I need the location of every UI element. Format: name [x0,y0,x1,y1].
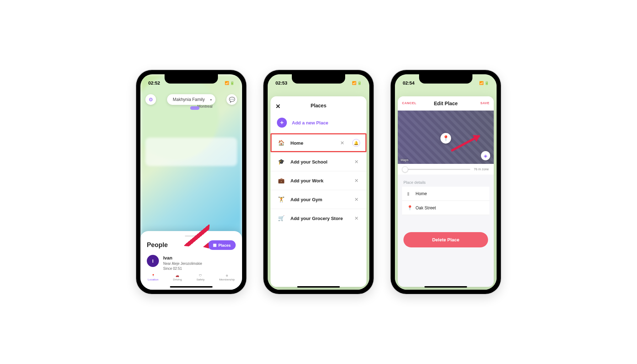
remove-button[interactable]: ✕ [353,197,360,202]
zone-slider[interactable] [403,169,470,170]
map-overlay-card [145,138,237,166]
device-notch [165,74,218,84]
places-button[interactable]: ▦ Places [208,240,236,250]
places-icon: ▦ [213,243,216,247]
tab-membership[interactable]: ⊛ Membership [219,274,235,281]
close-button[interactable]: ✕ [275,103,280,110]
person-location: Near Aleje Jerozolimskie [163,261,202,266]
chat-icon: 💬 [229,97,235,102]
place-item-work[interactable]: 💼 Add your Work ✕ [271,171,366,190]
annotation-arrow [184,223,210,248]
close-icon: ✕ [275,103,280,110]
remove-button[interactable]: ✕ [353,178,360,183]
settings-button[interactable]: ⚙ [145,94,156,105]
zone-value: 76 m zone [474,167,489,171]
status-time: 02:53 [275,80,287,86]
car-icon: 🚗 [176,274,179,277]
bookmark-icon: ▮ [407,191,412,196]
pin-icon: 📍 [443,135,449,141]
place-item-gym[interactable]: 🏋 Add your Gym ✕ [271,190,366,209]
school-icon: 🎓 [277,157,285,166]
tab-driving[interactable]: 🚗 Driving [173,274,182,281]
places-button-label: Places [218,243,231,247]
remove-button[interactable]: ✕ [353,159,360,165]
save-button[interactable]: SAVE [480,101,489,105]
place-item-home[interactable]: 🏠 Home ✕ 🔔 [271,133,366,152]
place-label: Add your Gym [290,197,348,202]
delete-place-button[interactable]: Delete Place [403,232,488,247]
place-name-field[interactable]: ▮ Home [402,187,489,201]
map-attribution: Maps [401,158,408,162]
place-name-value: Home [416,191,427,196]
remove-button[interactable]: ✕ [353,215,360,221]
map-marker [190,106,199,110]
avatar: I [147,255,159,267]
tab-bar: 📍 Location 🚗 Driving 🛡 Safety ⊛ Membersh… [140,270,242,285]
status-icons: 📶 🔋 [352,81,362,85]
gear-icon: ⚙ [149,97,153,102]
page-title: Edit Place [434,101,458,106]
pin-icon: 📍 [151,274,155,277]
place-label: Add your Work [290,178,348,183]
phone-edit-place-screen: 02:54 📶 🔋 CANCEL Edit Place SAVE 📍 Maps … [391,70,501,294]
bell-icon: 🔔 [354,141,359,145]
tab-location[interactable]: 📍 Location [148,274,159,281]
status-icons: 📶 🔋 [225,81,234,85]
edit-place-card: CANCEL Edit Place SAVE 📍 Maps ◈ 76 m zon… [398,96,494,287]
device-notch [419,74,472,84]
map-layers-button[interactable]: ◈ [481,151,490,160]
notification-toggle[interactable]: 🔔 [352,139,360,147]
status-time: 02:54 [403,80,414,86]
gym-icon: 🏋 [277,195,285,204]
place-label: Add your School [290,159,348,165]
place-address-value: Oak Street [416,205,436,210]
home-indicator[interactable] [424,286,467,288]
person-name: Ivan [163,255,202,261]
home-icon: 🏠 [277,139,285,147]
remove-button[interactable]: ✕ [339,140,346,146]
sheet-title: People [147,241,168,249]
section-header: Place details [398,175,494,187]
phone-map-screen: 02:52 📶 🔋 Montreal ⚙ Makhynia Family 💬 P… [136,70,246,294]
cancel-button[interactable]: CANCEL [402,101,417,105]
home-indicator[interactable] [170,286,213,288]
map-pin[interactable]: 📍 [440,133,451,144]
place-item-school[interactable]: 🎓 Add your School ✕ [271,152,366,171]
home-indicator[interactable] [297,286,340,288]
add-place-button[interactable]: + Add a new Place [271,114,366,133]
place-label: Home [290,140,334,146]
person-row[interactable]: I Ivan Near Aleje Jerozolimskie Since 02… [147,255,236,271]
layers-icon: ◈ [484,153,487,159]
tab-safety[interactable]: 🛡 Safety [197,274,205,281]
family-selector[interactable]: Makhynia Family [167,94,215,105]
cart-icon: 🛒 [277,214,285,223]
page-title: Places [311,103,326,108]
pin-icon: 📍 [407,205,412,210]
work-icon: 💼 [277,176,285,185]
places-card: ✕ Places + Add a new Place 🏠 Home ✕ 🔔 🎓 … [271,96,366,287]
chat-button[interactable]: 💬 [226,94,237,105]
annotation-arrow [451,135,480,152]
family-name: Makhynia Family [173,97,205,102]
shield-icon: 🛡 [199,274,202,277]
map-preview[interactable]: 📍 Maps ◈ [398,111,494,164]
place-label: Add your Grocery Store [290,216,348,221]
add-place-label: Add a new Place [292,120,328,125]
zone-slider-row: 76 m zone [398,164,494,175]
status-time: 02:52 [148,80,160,86]
plus-icon: + [277,118,287,128]
slider-thumb[interactable] [402,166,408,172]
phone-places-screen: 02:53 📶 🔋 ✕ Places + Add a new Place 🏠 H… [263,70,374,294]
place-address-field[interactable]: 📍 Oak Street [402,201,489,215]
place-item-grocery[interactable]: 🛒 Add your Grocery Store ✕ [271,209,366,228]
membership-icon: ⊛ [226,274,228,277]
device-notch [292,74,345,84]
status-icons: 📶 🔋 [479,81,489,85]
